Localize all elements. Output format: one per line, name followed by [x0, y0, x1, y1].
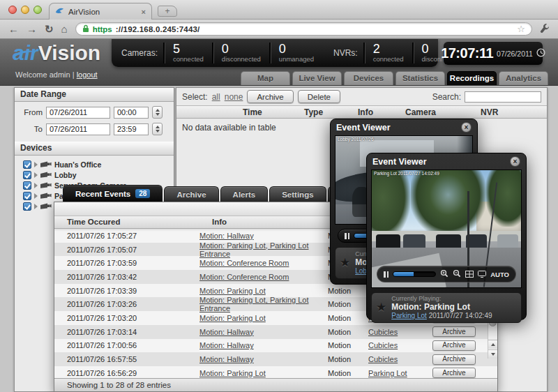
event-info-link[interactable]: Motion: Hallway	[199, 341, 254, 349]
select-all-link[interactable]: all	[212, 92, 220, 102]
pause-icon[interactable]	[384, 271, 389, 278]
event-camera-link[interactable]: Cubicles	[368, 355, 398, 363]
device-tree-item[interactable]: Lobby	[15, 169, 174, 180]
delete-button[interactable]: Delete	[298, 90, 340, 103]
event-info-link[interactable]: Motion: Hallway	[199, 328, 254, 336]
device-checkbox[interactable]	[23, 160, 31, 169]
events-tab[interactable]: Archive	[164, 186, 218, 202]
clock-icon[interactable]	[536, 47, 545, 60]
step-up-icon[interactable]	[156, 109, 160, 112]
select-none-link[interactable]: none	[225, 92, 243, 102]
device-checkbox[interactable]	[23, 202, 31, 211]
device-checkbox[interactable]	[23, 171, 31, 179]
col-info[interactable]: Info	[358, 107, 373, 117]
event-info-link[interactable]: Motion: Parking Lot, Parking Lot Entranc…	[199, 241, 309, 258]
event-archive-button[interactable]: Archive	[432, 326, 476, 337]
to-date-input[interactable]	[46, 123, 110, 135]
zoom-out-icon[interactable]	[453, 268, 461, 280]
event-archive-button[interactable]: Archive	[432, 354, 476, 365]
col-time[interactable]: Time	[243, 107, 262, 117]
events-tab[interactable]: Settings	[269, 186, 326, 202]
nav-tab[interactable]: Devices	[344, 71, 393, 85]
bookmark-star-icon[interactable]: ☆	[517, 24, 525, 34]
event-row[interactable]: 2011/07/26 17:00:56 Motion: Hallway Moti…	[54, 339, 497, 353]
from-date-input[interactable]	[46, 107, 110, 119]
event-info-link[interactable]: Motion: Hallway	[199, 232, 254, 240]
reload-icon[interactable]: ↻	[45, 24, 54, 34]
window-close-button[interactable]	[8, 6, 17, 14]
close-icon[interactable]: ×	[510, 156, 520, 167]
window-minimize-button[interactable]	[21, 6, 29, 14]
home-icon[interactable]: ⌂	[61, 24, 68, 34]
device-checkbox[interactable]	[23, 192, 31, 200]
zoom-in-icon[interactable]	[440, 268, 448, 280]
event-info-link[interactable]: Motion: Hallway	[199, 355, 254, 363]
viewer-titlebar[interactable]: Event Viewer ×	[367, 153, 526, 169]
window-zoom-button[interactable]	[33, 6, 42, 14]
pause-icon[interactable]	[345, 233, 349, 239]
expand-arrow-icon[interactable]	[34, 172, 38, 178]
nav-tab[interactable]: Live View	[292, 71, 342, 85]
progress-bar[interactable]	[393, 271, 436, 277]
event-row[interactable]: 2011/07/26 16:57:55 Motion: Hallway Moti…	[54, 352, 497, 366]
col-info[interactable]: Info	[212, 218, 227, 226]
step-up-icon[interactable]	[156, 126, 160, 128]
auto-button[interactable]: AUTO	[490, 271, 509, 278]
player-controls[interactable]: AUTO	[377, 266, 516, 282]
step-down-icon[interactable]	[156, 113, 160, 116]
expand-arrow-icon[interactable]	[34, 162, 38, 167]
browser-tab[interactable]: AirVision ×	[49, 3, 152, 20]
event-archive-button[interactable]: Archive	[432, 340, 476, 351]
scroll-down-button[interactable]	[488, 349, 497, 359]
forward-icon[interactable]: →	[27, 24, 37, 34]
close-icon[interactable]: ×	[461, 122, 472, 133]
event-camera-link[interactable]: Cubicles	[368, 341, 398, 349]
to-time-stepper[interactable]	[152, 123, 163, 135]
col-type[interactable]: Type	[304, 107, 323, 117]
new-tab-button[interactable]: +	[158, 6, 177, 17]
event-info-link[interactable]: Motion: Parking Lot, Parking Lot Entranc…	[199, 296, 309, 312]
events-tab[interactable]: Recent Events 28	[63, 185, 163, 202]
event-camera-link[interactable]: Parking Lot	[368, 369, 407, 377]
nav-tab[interactable]: Recordings	[447, 71, 497, 85]
device-tree-item[interactable]: Huan's Office	[15, 159, 174, 169]
events-tab[interactable]: Alerts	[220, 186, 269, 202]
from-time-input[interactable]	[114, 107, 149, 119]
app-content: Date Range From To Devices	[0, 85, 558, 392]
logout-link[interactable]: logout	[77, 70, 98, 79]
viewer-titlebar[interactable]: Event Viewer ×	[331, 119, 477, 135]
event-row[interactable]: 2011/07/26 17:03:14 Motion: Hallway Moti…	[54, 325, 497, 339]
video-frame[interactable]: Parking Lot 2011/07/27 14:02:49	[371, 169, 522, 288]
from-time-stepper[interactable]	[152, 106, 163, 119]
event-info-link[interactable]: Motion: Parking Lot	[199, 314, 266, 322]
tab-close-icon[interactable]: ×	[142, 8, 146, 16]
nav-tab[interactable]: Analytics	[499, 71, 548, 85]
step-down-icon[interactable]	[156, 130, 160, 133]
event-info-link[interactable]: Motion: Conference Room	[199, 259, 289, 267]
event-info-link[interactable]: Motion: Conference Room	[199, 273, 289, 281]
event-viewer-window-front[interactable]: Event Viewer × Parking Lot 2011/07/27 14…	[366, 153, 527, 320]
actual-size-icon[interactable]	[465, 268, 474, 280]
to-time-input[interactable]	[114, 123, 149, 135]
expand-arrow-icon[interactable]	[34, 183, 38, 188]
event-camera-link[interactable]: Cubicles	[368, 328, 398, 336]
col-camera[interactable]: Camera	[405, 107, 436, 117]
event-info-link[interactable]: Motion: Parking Lot	[199, 369, 266, 377]
event-archive-button[interactable]: Archive	[432, 368, 476, 378]
expand-arrow-icon[interactable]	[34, 204, 38, 209]
col-time-occured[interactable]: Time Occured	[67, 218, 121, 226]
url-bar[interactable]: https://192.168.0.245:7443/ ☆	[75, 22, 532, 36]
device-checkbox[interactable]	[23, 181, 31, 190]
nav-tab[interactable]: Map	[241, 71, 290, 85]
back-icon[interactable]: ←	[8, 24, 19, 34]
expand-arrow-icon[interactable]	[34, 193, 38, 199]
event-info-link[interactable]: Motion: Parking Lot	[199, 287, 266, 295]
search-input[interactable]	[465, 91, 541, 103]
col-nvr[interactable]: NVR	[481, 107, 498, 117]
wrench-icon[interactable]	[540, 23, 550, 36]
nav-tab[interactable]: Statistics	[395, 71, 445, 85]
scroll-up-button[interactable]	[488, 340, 497, 349]
camera-link[interactable]: Parking Lot	[391, 312, 427, 319]
archive-button[interactable]: Archive	[247, 90, 293, 103]
fit-screen-icon[interactable]	[478, 268, 486, 280]
